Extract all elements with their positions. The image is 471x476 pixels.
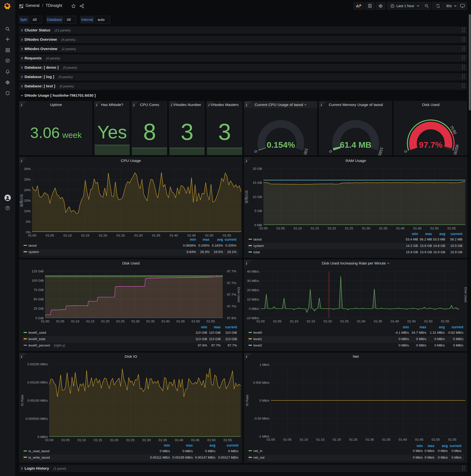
svg-text:system: system	[29, 250, 39, 254]
svg-text:01:25: 01:25	[340, 320, 349, 323]
svg-text:10%: 10%	[24, 209, 31, 213]
svg-text:avg: avg	[209, 443, 215, 447]
svg-text:19.1%: 19.1%	[227, 250, 236, 254]
svg-text:avg: avg	[439, 325, 445, 329]
svg-text:current: current	[227, 443, 239, 447]
svg-text:0.205%: 0.205%	[225, 244, 236, 247]
svg-text:level1: level1	[253, 337, 262, 341]
svg-text:01:15: 01:15	[86, 320, 94, 323]
svg-text:01:10: 01:10	[293, 226, 302, 230]
svg-text:level0_total: level0_total	[29, 337, 45, 341]
svg-text:01:35: 01:35	[379, 226, 387, 230]
svg-text:01:10: 01:10	[300, 438, 308, 442]
svg-text:01:05: 01:05	[46, 234, 54, 237]
svg-text:level0_used: level0_used	[29, 331, 46, 334]
svg-text:Disk Used: Disk Used	[237, 287, 241, 302]
svg-text:15.9 GB: 15.9 GB	[450, 250, 462, 254]
svg-text:01:05: 01:05	[61, 438, 70, 442]
svg-text:97.6%: 97.6%	[198, 343, 207, 347]
svg-text:0.00147 MB/s: 0.00147 MB/s	[195, 456, 216, 459]
svg-text:113 GiB: 113 GiB	[196, 337, 207, 341]
svg-text:53.4 MB: 53.4 MB	[406, 238, 418, 241]
svg-text:level0_percent: level0_percent	[29, 343, 50, 347]
svg-text:0 MB/s: 0 MB/s	[205, 449, 215, 453]
svg-text:使用占比: 使用占比	[20, 194, 23, 207]
svg-text:15 GB: 15 GB	[253, 181, 262, 185]
svg-text:75 GiB: 75 GiB	[34, 288, 44, 292]
svg-text:0 MB/s: 0 MB/s	[416, 343, 426, 347]
svg-text:01:00: 01:00	[28, 234, 36, 237]
svg-text:100 GiB: 100 GiB	[32, 279, 44, 282]
svg-text:01:15: 01:15	[311, 226, 319, 230]
svg-text:0.183%: 0.183%	[212, 244, 223, 247]
svg-text:01:45: 01:45	[176, 320, 185, 323]
svg-text:0 MB/s: 0 MB/s	[183, 449, 193, 453]
svg-text:01:55: 01:55	[223, 438, 232, 442]
svg-text:0 MB/s: 0 MB/s	[160, 449, 170, 453]
svg-text:io_read_taosd: io_read_taosd	[29, 449, 50, 453]
svg-text:20%: 20%	[24, 188, 31, 192]
svg-text:0: 0	[253, 150, 258, 153]
svg-text:15%: 15%	[24, 199, 31, 203]
svg-text:current: current	[451, 232, 463, 236]
svg-text:30%: 30%	[24, 167, 31, 171]
svg-text:15.9 GB: 15.9 GB	[420, 250, 432, 254]
svg-text:min: min	[164, 443, 170, 447]
svg-text:61.4 MB: 61.4 MB	[340, 140, 372, 149]
svg-text:01:15: 01:15	[81, 234, 89, 237]
svg-text:0.00150 MB/s: 0.00150 MB/s	[28, 381, 48, 384]
svg-text:0.00200 MB/s: 0.00200 MB/s	[28, 362, 48, 366]
svg-text:0 Mb/s: 0 Mb/s	[451, 449, 461, 453]
svg-text:01:40: 01:40	[175, 438, 183, 442]
svg-text:10 MB/s: 10 MB/s	[247, 298, 259, 301]
svg-text:97.7%: 97.7%	[227, 281, 236, 285]
svg-text:min: min	[190, 238, 196, 241]
svg-text:0 MB/s: 0 MB/s	[453, 343, 463, 347]
svg-text:0 MB/s: 0 MB/s	[399, 343, 409, 347]
svg-text:0 MB/s: 0 MB/s	[435, 337, 445, 341]
svg-text:01:55: 01:55	[206, 320, 215, 323]
svg-text:min: min	[417, 444, 423, 448]
svg-text:01:20: 01:20	[333, 438, 341, 442]
svg-text:01:10: 01:10	[71, 320, 80, 323]
svg-text:113 GiB: 113 GiB	[225, 337, 237, 341]
svg-text:15.5 GB: 15.5 GB	[450, 244, 462, 248]
svg-text:IO Rate: IO Rate	[20, 395, 24, 406]
svg-text:113 GiB: 113 GiB	[209, 337, 221, 341]
svg-text:net_in: net_in	[253, 449, 263, 453]
svg-text:30 MB/s: 30 MB/s	[247, 279, 259, 283]
svg-text:01:35: 01:35	[382, 438, 390, 442]
svg-text:56.2 MB: 56.2 MB	[420, 238, 432, 241]
svg-text:01:45: 01:45	[415, 438, 423, 442]
svg-text:0 Mb/s: 0 Mb/s	[438, 449, 448, 453]
svg-text:0 Mb/s: 0 Mb/s	[413, 449, 423, 453]
svg-text:0 MB/s: 0 MB/s	[416, 337, 426, 341]
svg-text:01:10: 01:10	[64, 234, 72, 237]
svg-text:125 GiB: 125 GiB	[32, 269, 44, 273]
svg-text:max: max	[203, 238, 209, 241]
svg-text:01:00: 01:00	[267, 438, 275, 442]
svg-text:01:40: 01:40	[396, 226, 404, 230]
svg-text:0.500 Mb/s: 0.500 Mb/s	[253, 381, 269, 385]
svg-text:19.5%: 19.5%	[214, 250, 223, 254]
svg-text:max: max	[420, 325, 426, 329]
svg-text:01:00: 01:00	[41, 320, 49, 323]
svg-text:14.8 GB: 14.8 GB	[433, 244, 445, 248]
svg-text:01:40: 01:40	[161, 320, 170, 323]
svg-text:system: system	[253, 244, 264, 248]
svg-text:100: 100	[303, 148, 309, 155]
svg-text:taosd: taosd	[253, 238, 262, 241]
svg-text:01:00: 01:00	[259, 226, 268, 230]
svg-text:total: total	[253, 250, 260, 254]
svg-text:01:55: 01:55	[448, 438, 456, 442]
svg-text:01:30: 01:30	[366, 438, 374, 442]
svg-text:01:40: 01:40	[399, 438, 407, 442]
svg-text:0 Mb/s: 0 Mb/s	[424, 449, 435, 453]
svg-text:01:20: 01:20	[101, 320, 110, 323]
svg-text:01:30: 01:30	[131, 320, 140, 323]
svg-text:01:25: 01:25	[345, 226, 353, 230]
svg-text:25 GiB: 25 GiB	[34, 307, 44, 310]
svg-text:01:20: 01:20	[328, 226, 336, 230]
svg-text:net_out: net_out	[253, 456, 265, 459]
svg-text:01:50: 01:50	[205, 234, 213, 237]
